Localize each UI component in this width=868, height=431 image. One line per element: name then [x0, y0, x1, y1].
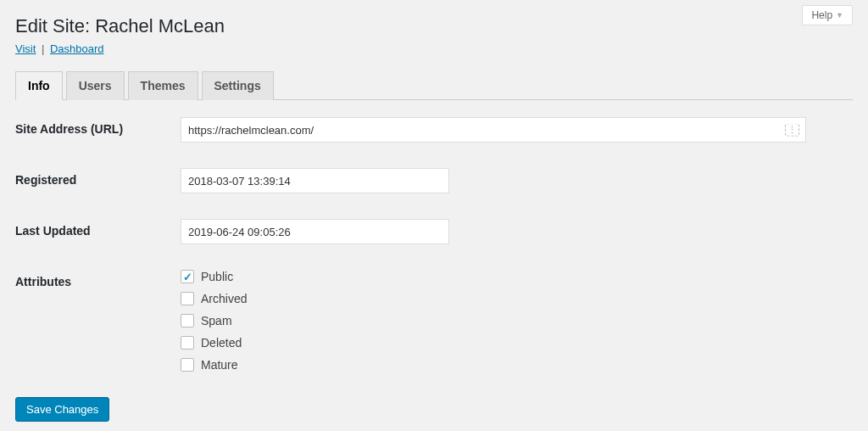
tab-themes-label: Themes [141, 79, 186, 92]
registered-label: Registered [15, 168, 181, 187]
link-separator: | [39, 42, 47, 55]
row-site-address: Site Address (URL) ⋮ [15, 117, 853, 143]
screen-meta: Help ▼ [802, 5, 853, 25]
nav-tabs: Info Users Themes Settings [15, 70, 853, 100]
tab-themes[interactable]: Themes [128, 71, 198, 100]
attribute-spam[interactable]: Spam [181, 314, 247, 327]
chevron-down-icon: ▼ [836, 11, 843, 20]
input-lastpass-icon: ⋮ [785, 124, 799, 137]
row-attributes: Attributes Public Archived Spam Deleted … [15, 270, 853, 372]
tab-info-label: Info [28, 79, 50, 92]
tab-settings[interactable]: Settings [202, 71, 274, 100]
site-address-label: Site Address (URL) [15, 117, 181, 136]
tab-settings-label: Settings [214, 79, 261, 92]
tab-users[interactable]: Users [66, 71, 125, 100]
tab-users-label: Users [79, 79, 112, 92]
attribute-public[interactable]: Public [181, 270, 247, 283]
attribute-archived[interactable]: Archived [181, 292, 247, 305]
last-updated-input[interactable] [181, 219, 449, 244]
submit-row: Save Changes [15, 397, 853, 422]
attribute-mature[interactable]: Mature [181, 358, 247, 372]
attribute-spam-label: Spam [201, 314, 232, 327]
attribute-mature-label: Mature [201, 358, 238, 372]
tab-info[interactable]: Info [15, 71, 63, 100]
subnav-links: Visit | Dashboard [15, 42, 853, 55]
checkbox-archived[interactable] [181, 292, 194, 305]
dashboard-link[interactable]: Dashboard [50, 42, 104, 55]
attribute-public-label: Public [201, 270, 233, 283]
attribute-deleted-label: Deleted [201, 336, 242, 350]
attribute-deleted[interactable]: Deleted [181, 336, 247, 350]
checkbox-spam[interactable] [181, 314, 194, 327]
page-title: Edit Site: Rachel McLean [15, 15, 853, 37]
visit-link[interactable]: Visit [15, 42, 36, 55]
save-changes-button[interactable]: Save Changes [15, 397, 109, 422]
row-last-updated: Last Updated [15, 219, 853, 244]
help-toggle-button[interactable]: Help ▼ [802, 5, 853, 25]
row-registered: Registered [15, 168, 853, 193]
site-info-form: Site Address (URL) ⋮ Registered Last Upd… [15, 117, 853, 422]
attributes-group: Public Archived Spam Deleted Mature [181, 270, 247, 372]
site-address-input[interactable] [181, 117, 806, 143]
checkbox-public[interactable] [181, 270, 194, 283]
last-updated-label: Last Updated [15, 219, 181, 238]
help-label: Help [811, 9, 832, 21]
checkbox-deleted[interactable] [181, 336, 194, 350]
attribute-archived-label: Archived [201, 292, 247, 305]
checkbox-mature[interactable] [181, 358, 194, 372]
attributes-label: Attributes [15, 270, 181, 288]
registered-input[interactable] [181, 168, 449, 193]
